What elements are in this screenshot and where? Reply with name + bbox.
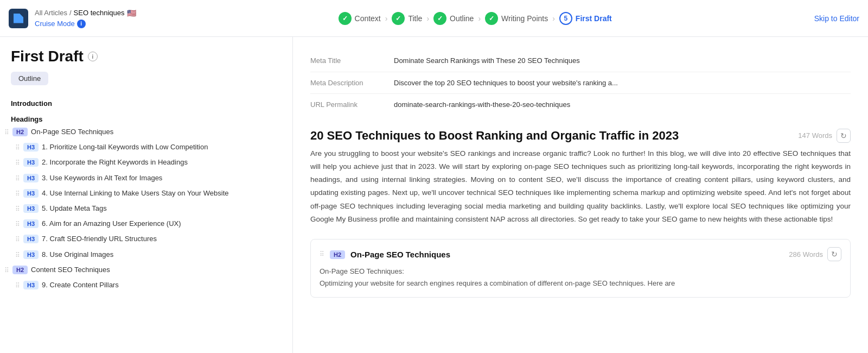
workflow-steps: ✓ Context › ✓ Title › ✓ Outline › ✓ Writ… [143,12,808,25]
outline-item-h3-2[interactable]: ⠿ H3 2. Incorporate the Right Keywords i… [0,155,292,170]
drag-handle-icon: ⠿ [15,188,20,198]
step-first-draft-label: First Draft [576,14,612,23]
meta-description-row: Meta Description Discover the top 20 SEO… [310,72,851,94]
item-text: 1. Prioritize Long-tail Keywords with Lo… [42,142,208,152]
item-text: On-Page SEO Techniques [31,127,113,137]
outline-button[interactable]: Outline [11,72,48,85]
step-context-label: Context [355,14,381,23]
item-text: 5. Update Meta Tags [42,204,107,213]
item-text: 4. Use Internal Linking to Make Users St… [42,188,228,198]
headings-section-label: Headings [0,114,292,124]
section-text-line2: Optimizing your website for search engin… [320,278,841,289]
tag-h3: H3 [23,143,39,152]
meta-desc-label: Meta Description [310,78,381,87]
tag-h3: H3 [23,204,39,213]
drag-handle-icon: ⠿ [4,127,9,136]
step-outline-label: Outline [450,14,474,23]
breadcrumb-current: SEO techniques [74,9,125,17]
content-area: Meta Title Dominate Search Rankings with… [293,37,868,353]
item-text: 3. Use Keywords in Alt Text for Images [42,173,162,183]
section-tag-h2: H2 [330,250,345,259]
drag-handle-icon: ⠿ [15,234,20,243]
main-layout: First Draft i Outline Introduction Headi… [0,37,868,353]
article-title-row: 20 SEO Techniques to Boost Ranking and O… [310,129,851,143]
outline-item-h3-8[interactable]: ⠿ H3 8. Use Original Images [0,247,292,262]
section-block-header: ⠿ H2 On-Page SEO Techniques 286 Words ↻ [320,247,841,261]
step-check-icon: ✓ [433,12,446,25]
item-text: 9. Create Content Pillars [42,280,119,290]
meta-title-label: Meta Title [310,55,381,65]
tag-h3: H3 [23,219,39,228]
outline-item-h2-content[interactable]: ⠿ H2 Content SEO Techniques [0,262,292,278]
cruise-mode-icon: i [77,20,86,28]
logo-mark [14,14,23,23]
skip-to-editor-button[interactable]: Skip to Editor [814,14,859,23]
info-icon[interactable]: i [88,52,98,61]
outline-item-h3-7[interactable]: ⠿ H3 7. Craft SEO-friendly URL Structure… [0,231,292,247]
step-first-draft[interactable]: 5 First Draft [559,12,612,25]
sidebar: First Draft i Outline Introduction Headi… [0,37,293,353]
step-arrow-3: › [478,14,481,23]
section-block-title: On-Page SEO Techniques [350,250,783,259]
item-text: 6. Aim for an Amazing User Experience (U… [42,219,181,229]
breadcrumb-sep: / [69,9,72,17]
step-title-label: Title [408,14,422,23]
step-outline[interactable]: ✓ Outline [433,12,474,25]
outline-item-h3-9[interactable]: ⠿ H3 9. Create Content Pillars [0,278,292,293]
outline-item-h3-5[interactable]: ⠿ H3 5. Update Meta Tags [0,201,292,216]
word-count-value: 147 Words [798,131,832,140]
flag-icon: 🇺🇸 [127,9,136,17]
tag-h3: H3 [23,174,39,182]
outline-item-h3-1[interactable]: ⠿ H3 1. Prioritize Long-tail Keywords wi… [0,140,292,155]
sidebar-header: First Draft i Outline [0,37,292,92]
outline-item-h3-3[interactable]: ⠿ H3 3. Use Keywords in Alt Text for Ima… [0,171,292,186]
drag-handle-icon: ⠿ [15,280,20,289]
article-title-text: 20 SEO Techniques to Boost Ranking and O… [310,129,679,143]
step-arrow-1: › [385,14,388,23]
drag-handle-icon: ⠿ [4,265,9,274]
meta-desc-value: Discover the top 20 SEO techniques to bo… [394,78,618,89]
drag-handle-icon: ⠿ [15,157,20,167]
cruise-mode-button[interactable]: Cruise Mode i [35,20,136,28]
step-writing-points[interactable]: ✓ Writing Points [485,12,548,25]
meta-title-row: Meta Title Dominate Search Rankings with… [310,50,851,72]
item-text: 8. Use Original Images [42,250,113,260]
section-text-line1: On-Page SEO Techniques: [320,266,841,278]
app-header: All Articles / SEO techniques 🇺🇸 Cruise … [0,0,868,37]
outline-item-h3-6[interactable]: ⠿ H3 6. Aim for an Amazing User Experien… [0,216,292,231]
section-refresh-button[interactable]: ↻ [827,247,841,261]
sidebar-content: Introduction Headings ⠿ H2 On-Page SEO T… [0,92,292,353]
intro-section-label: Introduction [0,97,292,110]
step-writing-points-label: Writing Points [501,14,548,23]
url-value: dominate-search-rankings-with-these-20-s… [394,99,570,110]
step-arrow-2: › [426,14,429,23]
intro-paragraph: Are you struggling to boost your website… [310,147,851,226]
word-count-display: 147 Words ↻ [798,129,851,143]
tag-h3: H3 [23,235,39,243]
breadcrumb-all[interactable]: All Articles [35,9,67,17]
tag-h3: H3 [23,158,39,167]
section-meta: 286 Words ↻ [789,247,841,261]
refresh-button[interactable]: ↻ [837,129,851,143]
section-block-onpage: ⠿ H2 On-Page SEO Techniques 286 Words ↻ … [310,239,851,298]
url-label: URL Permalink [310,99,381,109]
step-check-icon: ✓ [392,12,405,25]
page-title: First Draft i [11,48,282,65]
outline-item-h3-4[interactable]: ⠿ H3 4. Use Internal Linking to Make Use… [0,186,292,201]
outline-item-h2-onpage[interactable]: ⠿ H2 On-Page SEO Techniques [0,124,292,140]
step-num-icon: 5 [559,12,572,25]
step-title[interactable]: ✓ Title [392,12,422,25]
drag-handle-icon: ⠿ [15,173,20,182]
drag-handle-icon: ⠿ [15,219,20,228]
item-text: 2. Incorporate the Right Keywords in Hea… [42,157,188,167]
drag-handle-icon: ⠿ [15,142,20,152]
section-block-text: On-Page SEO Techniques: Optimizing your … [320,266,841,289]
step-context[interactable]: ✓ Context [339,12,381,25]
tag-h3: H3 [23,250,39,259]
tag-h3: H3 [23,281,39,289]
tag-h2: H2 [12,266,28,274]
tag-h3: H3 [23,189,39,198]
url-permalink-row: URL Permalink dominate-search-rankings-w… [310,94,851,116]
step-check-icon: ✓ [339,12,352,25]
breadcrumb-cruise-container: All Articles / SEO techniques 🇺🇸 Cruise … [35,9,136,28]
